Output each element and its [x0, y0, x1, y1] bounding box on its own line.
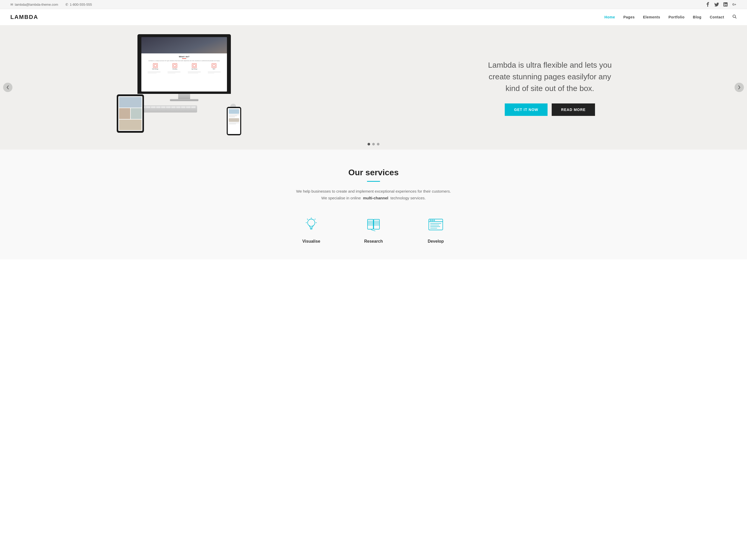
slider-dot-2[interactable]	[372, 143, 375, 145]
svg-line-7	[307, 219, 308, 220]
top-bar: ✉ lambda@lambda-theme.com ✆ 1-800-555-55…	[0, 0, 747, 9]
slider-dot-3[interactable]	[377, 143, 380, 145]
service-visualise-label: Visualise	[302, 239, 320, 244]
phone-text: 1-800-555-555	[70, 3, 92, 6]
slider-prev-button[interactable]	[3, 83, 12, 92]
hero-content: Lambda is ultra flexible and lets you cr…	[363, 49, 747, 126]
linkedin-icon[interactable]	[723, 2, 728, 7]
svg-rect-11	[374, 219, 380, 229]
nav-item-portfolio[interactable]: Portfolio	[668, 15, 685, 19]
slider-dots	[367, 143, 380, 145]
phone-contact: ✆ 1-800-555-555	[66, 3, 92, 6]
hero-image-area: What I do? Lambda is a unique process fo…	[0, 25, 363, 150]
service-research-label: Research	[364, 239, 383, 244]
svg-point-2	[308, 219, 315, 226]
service-develop-label: Develop	[428, 239, 444, 244]
visualise-icon	[301, 214, 321, 235]
get-it-now-button[interactable]: GET IT NOW	[505, 103, 547, 116]
services-grid: Visualise	[10, 214, 737, 244]
svg-point-25	[430, 220, 431, 221]
nav-item-pages[interactable]: Pages	[623, 15, 635, 19]
nav-item-blog[interactable]: Blog	[693, 15, 701, 19]
main-nav: Home Pages Elements Portfolio Blog Conta…	[604, 15, 737, 20]
hero-section: What I do? Lambda is a unique process fo…	[0, 25, 747, 150]
services-subtitle-part1: We help businesses to create and impleme…	[296, 189, 451, 193]
read-more-button[interactable]: READ MORE	[552, 103, 595, 116]
search-icon[interactable]	[732, 15, 737, 20]
twitter-icon[interactable]	[714, 2, 719, 7]
services-subtitle-part3: technology services.	[390, 196, 426, 200]
services-subtitle-part2: We specialise in online	[321, 196, 361, 200]
hero-buttons: GET IT NOW READ MORE	[505, 103, 595, 116]
svg-line-1	[735, 17, 737, 19]
services-section: Our services We help businesses to creat…	[0, 150, 747, 259]
svg-point-0	[733, 15, 736, 18]
develop-icon	[426, 214, 446, 235]
svg-point-26	[432, 220, 433, 221]
slider-next-button[interactable]	[735, 83, 744, 92]
svg-point-27	[434, 220, 435, 221]
social-icons: G+	[705, 2, 737, 7]
services-subtitle-bold: multi-channel	[363, 196, 388, 200]
logo[interactable]: LAMBDA	[10, 14, 38, 21]
phone-icon: ✆	[66, 3, 68, 6]
header: LAMBDA Home Pages Elements Portfolio Blo…	[0, 9, 747, 25]
service-develop: Develop	[415, 214, 457, 244]
top-bar-contacts: ✉ lambda@lambda-theme.com ✆ 1-800-555-55…	[10, 3, 92, 6]
nav-item-home[interactable]: Home	[604, 15, 615, 19]
hero-tagline: Lambda is ultra flexible and lets you cr…	[488, 59, 612, 94]
slider-dot-1[interactable]	[367, 143, 370, 145]
services-title: Our services	[10, 168, 737, 177]
envelope-icon: ✉	[10, 3, 13, 6]
googleplus-icon[interactable]: G+	[732, 2, 737, 7]
service-visualise: Visualise	[290, 214, 332, 244]
svg-rect-10	[367, 219, 373, 229]
nav-item-elements[interactable]: Elements	[643, 15, 660, 19]
service-research: Research	[353, 214, 394, 244]
research-icon	[363, 214, 384, 235]
svg-line-6	[315, 219, 315, 220]
nav-item-contact[interactable]: Contact	[710, 15, 724, 19]
email-contact: ✉ lambda@lambda-theme.com	[10, 3, 58, 6]
svg-line-21	[372, 230, 375, 231]
facebook-icon[interactable]	[705, 2, 710, 7]
services-divider	[367, 181, 380, 182]
email-text: lambda@lambda-theme.com	[15, 3, 58, 6]
services-subtitle: We help businesses to create and impleme…	[285, 188, 462, 201]
